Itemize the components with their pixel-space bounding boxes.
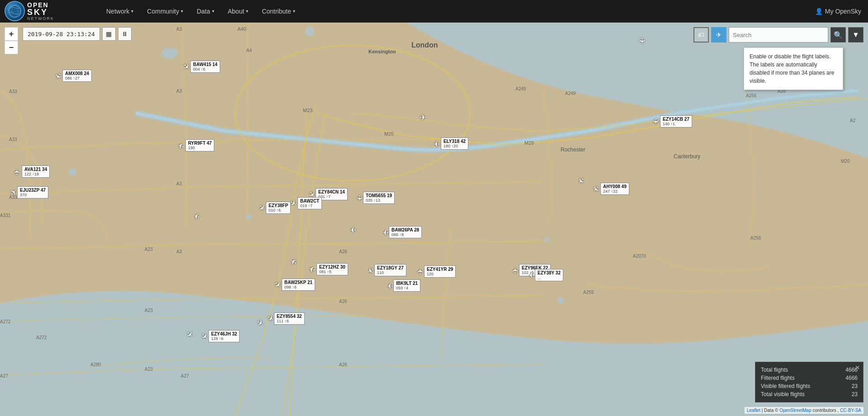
aircraft-label[interactable]: BAW415 14 004 ↑6 (190, 61, 220, 73)
svg-text:A40: A40 (237, 26, 246, 32)
svg-text:A23: A23 (145, 367, 153, 372)
svg-text:A256: A256 (746, 93, 757, 98)
attribution: Leaflet | Data © OpenStreetMap contribut… (745, 407, 863, 414)
aircraft-label[interactable]: EJU23ZP 47 370 (17, 186, 48, 199)
navbar: OPEN SKY NETWORK Network ▾ Community ▾ D… (0, 0, 868, 23)
aircraft-icon[interactable]: ✈ (354, 195, 364, 202)
aircraft-label[interactable]: BAW26PA 28 066 ↑8 (389, 226, 422, 238)
aircraft-label[interactable]: EZY41YR 29 120 (424, 265, 456, 278)
aircraft-label[interactable]: RYR9FT 47 190 (185, 139, 214, 151)
nav-about[interactable]: About ▾ (221, 0, 255, 23)
user-icon: 👤 (815, 8, 823, 15)
nav-community[interactable]: Community ▾ (140, 0, 190, 23)
osm-link[interactable]: OpenStreetMap (779, 408, 811, 413)
svg-text:Canterbury: Canterbury (674, 153, 700, 160)
svg-text:A249: A249 (565, 91, 576, 96)
community-caret: ▾ (181, 9, 183, 14)
about-caret: ▾ (246, 9, 248, 14)
svg-text:A27: A27 (181, 373, 189, 378)
aircraft-icon[interactable]: ✈ (420, 113, 426, 123)
aircraft-icon[interactable]: ✈ (387, 281, 393, 291)
svg-text:A2070: A2070 (633, 254, 646, 259)
aircraft-label[interactable]: EZY18GY 27 110 (374, 264, 406, 276)
svg-text:M26: M26 (524, 140, 534, 146)
label-tooltip: Enable or disable the flight labels. The… (744, 47, 843, 90)
zoom-out-button[interactable]: − (5, 41, 18, 54)
logo-text: OPEN SKY NETWORK (27, 2, 54, 21)
aircraft-icon[interactable]: ✈ (349, 225, 356, 235)
svg-text:M20: M20 (841, 159, 850, 164)
aircraft-icon[interactable]: ✈ (12, 169, 22, 175)
search-icon: 🔍 (834, 31, 843, 39)
logo-area: OPEN SKY NETWORK (0, 1, 99, 21)
filter-icon: ▼ (852, 31, 859, 39)
svg-text:Rochester: Rochester (561, 147, 585, 153)
aircraft-label[interactable]: AMX008 24 086 ↑27 (62, 70, 92, 82)
search-button[interactable]: 🔍 (830, 27, 846, 43)
datetime-bar: 2019-09-28 23:13:24 ▦ ⏸ (23, 27, 132, 41)
svg-text:Kensington: Kensington (368, 49, 396, 54)
filtered-flights-row: Filtered flights 4666 (761, 374, 858, 382)
my-opensky-link[interactable]: 👤 My OpenSky (815, 8, 861, 15)
svg-text:A3: A3 (176, 27, 182, 32)
svg-text:A256: A256 (750, 236, 761, 241)
logo-globe (5, 1, 25, 21)
data-caret: ▾ (212, 9, 214, 14)
aircraft-icon[interactable]: ✈ (382, 227, 389, 237)
aircraft-label[interactable]: AHY008 49 247 ↑22 (600, 183, 629, 195)
datetime-display: 2019-09-28 23:13:24 (23, 27, 100, 41)
aircraft-icon[interactable]: ✈ (433, 139, 440, 149)
visible-filtered-row: Visible filtered flights 23 (761, 382, 858, 390)
logo-open: OPEN (27, 2, 54, 8)
nav-data[interactable]: Data ▾ (190, 0, 221, 23)
nav-contribute[interactable]: Contribute ▾ (255, 0, 302, 23)
aircraft-icon[interactable]: ✈ (528, 270, 535, 280)
flight-toggle-button[interactable]: ✈ (711, 27, 726, 43)
filter-button[interactable]: ▼ (848, 27, 863, 43)
aircraft-label[interactable]: TOM5655 19 035 ↑13 (363, 192, 395, 204)
svg-text:A33: A33 (9, 137, 17, 142)
logo-sky: SKY (27, 8, 54, 16)
svg-text:M23: M23 (303, 108, 312, 113)
svg-point-46 (69, 168, 76, 175)
stats-close-button[interactable]: ✕ (855, 364, 860, 371)
svg-point-47 (246, 214, 251, 220)
aircraft-label[interactable]: EZY38FP 010 ↑6 (266, 202, 291, 214)
aircraft-label[interactable]: EZY14CB 27 140 ↑1 (660, 115, 692, 128)
aircraft-label[interactable]: IBK9LT 21 093 ↑4 (393, 279, 420, 292)
svg-point-48 (545, 237, 549, 242)
svg-text:A33: A33 (9, 89, 17, 94)
svg-point-45 (161, 48, 178, 59)
aircraft-label[interactable]: EZY46JH 32 128 ↑6 (208, 330, 240, 342)
aircraft-label[interactable]: AVA121 34 122 ↑18 (22, 165, 50, 178)
svg-text:M25: M25 (384, 131, 394, 137)
aircraft-label[interactable]: EZY8554 32 111 ↑6 (274, 312, 305, 325)
stats-panel: ✕ Total flights 4666 Filtered flights 46… (755, 362, 863, 402)
aircraft-label[interactable]: EZY12HZ 30 081 ↑5 (316, 263, 348, 275)
leaflet-link[interactable]: Leaflet (747, 408, 760, 413)
nav-right: 👤 My OpenSky (815, 8, 868, 15)
aircraft-icon[interactable]: ✈ (510, 267, 520, 274)
search-input[interactable] (729, 27, 828, 43)
aircraft-icon[interactable]: ✈ (651, 118, 660, 125)
svg-text:A272: A272 (0, 319, 11, 324)
aircraft-label[interactable]: BAW25KP 21 098 ↑6 (282, 279, 315, 291)
aircraft-icon[interactable]: ✈ (415, 268, 425, 275)
grid-view-button[interactable]: ▦ (102, 27, 116, 41)
total-visible-row: Total visible flights 23 (761, 390, 858, 398)
aircraft-icon[interactable]: ✈ (637, 38, 647, 44)
label-toggle-button[interactable]: 🏷 (693, 27, 709, 43)
nav-network[interactable]: Network ▾ (99, 0, 140, 23)
aircraft-label[interactable]: EZY38Y 32 ... (535, 269, 563, 281)
license-link[interactable]: CC-BY-SA (840, 408, 861, 413)
svg-text:A27: A27 (0, 373, 8, 378)
logo-network: NETWORK (27, 16, 54, 21)
pause-button[interactable]: ⏸ (118, 27, 132, 41)
network-caret: ▾ (131, 9, 133, 14)
svg-point-49 (305, 27, 314, 36)
svg-text:A259: A259 (583, 290, 594, 295)
svg-text:A331: A331 (0, 213, 11, 218)
aircraft-label[interactable]: ELY318 42 180 ↑20 (441, 137, 468, 150)
map-container[interactable]: A40 A4 A3 A3 A3 A3 A33 A33 A33 A331 A23 … (0, 23, 868, 416)
zoom-in-button[interactable]: + (5, 27, 18, 41)
